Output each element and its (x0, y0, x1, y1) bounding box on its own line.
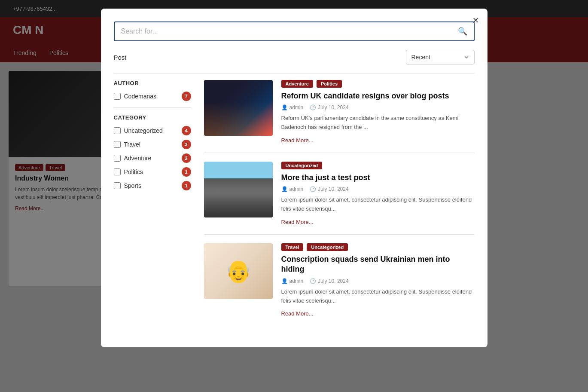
clock-icon-3: 🕐 (310, 278, 316, 284)
clock-icon-1: 🕐 (310, 104, 316, 110)
category-adventure-label: Adventure (124, 155, 178, 162)
modal-close-button[interactable]: × (472, 15, 478, 25)
article-tags-3: Travel Uncategorized (281, 243, 475, 251)
category-travel-label: Travel (124, 141, 178, 148)
filter-row: Post Recent Older Alphabetical (114, 50, 475, 64)
category-sports[interactable]: Sports 1 (114, 181, 191, 190)
article-thumb-3: 👴 (204, 243, 273, 299)
content-area: AUTHOR Codemanas 7 CATEGORY Uncategorize… (114, 80, 475, 334)
article-date-3: 🕐 July 10, 2024 (310, 278, 348, 284)
article-title-1: Reform UK candidate resigns over blog po… (281, 91, 475, 101)
article-read-more-1[interactable]: Read More... (281, 137, 314, 144)
tag-adventure-1[interactable]: Adventure (281, 80, 313, 88)
article-meta-3: 👤 admin 🕐 July 10, 2024 (281, 278, 475, 284)
article-excerpt-3: Lorem ipsum dolor sit amet, consectetur … (281, 288, 475, 306)
article-date-1: 🕐 July 10, 2024 (310, 104, 348, 110)
category-adventure-count: 2 (182, 153, 191, 163)
category-politics-checkbox[interactable] (114, 168, 121, 175)
article-tags-2: Uncategorized (281, 162, 475, 169)
category-adventure-checkbox[interactable] (114, 155, 121, 162)
author-section-title: AUTHOR (114, 80, 191, 86)
article-excerpt-2: Lorem ipsum dolor sit amet, consectetur … (281, 196, 475, 214)
user-icon-3: 👤 (281, 278, 288, 284)
user-icon-1: 👤 (281, 104, 288, 110)
category-section-title: CATEGORY (114, 114, 191, 121)
article-date-2: 🕐 July 10, 2024 (310, 186, 348, 192)
article-title-3: Conscription squads send Ukrainian men i… (281, 254, 475, 275)
tag-politics-1[interactable]: Politics (317, 80, 342, 88)
article-meta-2: 👤 admin 🕐 July 10, 2024 (281, 186, 475, 192)
article-body-1: Adventure Politics Reform UK candidate r… (281, 80, 475, 144)
article-item-3: 👴 Travel Uncategorized Conscription squa… (204, 243, 475, 326)
category-politics-label: Politics (124, 168, 178, 175)
article-title-2: More tha just a test post (281, 173, 475, 183)
modal-overlay[interactable]: × 🔍 Post Recent Older Alphabetical AUTHO… (0, 0, 588, 392)
article-body-3: Travel Uncategorized Conscription squads… (281, 243, 475, 317)
category-politics-count: 1 (182, 167, 191, 177)
article-author-1: 👤 admin (281, 104, 304, 110)
category-travel-count: 3 (182, 140, 191, 149)
author-codemanas-checkbox[interactable] (114, 93, 121, 100)
author-codemanas[interactable]: Codemanas 7 (114, 92, 191, 101)
article-item-1: Adventure Politics Reform UK candidate r… (204, 80, 475, 153)
article-read-more-3[interactable]: Read More... (281, 310, 314, 317)
filter-post-label: Post (114, 54, 406, 61)
clock-icon-2: 🕐 (310, 186, 316, 192)
category-uncategorized-label: Uncategorized (124, 127, 178, 134)
search-input[interactable] (121, 28, 458, 35)
article-author-3: 👤 admin (281, 278, 304, 284)
category-politics[interactable]: Politics 1 (114, 167, 191, 177)
search-row: 🔍 (114, 21, 475, 41)
article-thumb-2 (204, 162, 273, 217)
user-icon-2: 👤 (281, 186, 288, 192)
article-thumb-1 (204, 80, 273, 136)
articles-list: Adventure Politics Reform UK candidate r… (204, 80, 475, 334)
search-icon: 🔍 (458, 27, 467, 36)
article-body-2: Uncategorized More tha just a test post … (281, 162, 475, 226)
tag-uncategorized-2[interactable]: Uncategorized (281, 162, 323, 169)
article-read-more-2[interactable]: Read More... (281, 219, 314, 225)
category-uncategorized-checkbox[interactable] (114, 127, 121, 134)
article-meta-1: 👤 admin 🕐 July 10, 2024 (281, 104, 475, 110)
category-sports-label: Sports (124, 182, 178, 189)
category-travel-checkbox[interactable] (114, 141, 121, 148)
category-uncategorized-count: 4 (182, 126, 191, 135)
sidebar: AUTHOR Codemanas 7 CATEGORY Uncategorize… (114, 80, 191, 334)
tag-travel-3[interactable]: Travel (281, 243, 304, 251)
author-codemanas-label: Codemanas (124, 93, 178, 100)
article-tags-1: Adventure Politics (281, 80, 475, 88)
search-modal: × 🔍 Post Recent Older Alphabetical AUTHO… (101, 9, 487, 347)
article-excerpt-1: Reform UK's parliamentary candidate in t… (281, 114, 475, 132)
tag-uncategorized-3[interactable]: Uncategorized (307, 243, 348, 251)
category-travel[interactable]: Travel 3 (114, 140, 191, 149)
article-item-2: Uncategorized More tha just a test post … (204, 162, 475, 235)
article-author-2: 👤 admin (281, 186, 304, 192)
section-divider (114, 73, 475, 74)
author-category-divider (114, 107, 191, 108)
category-sports-count: 1 (182, 181, 191, 190)
filter-select[interactable]: Recent Older Alphabetical (406, 50, 475, 64)
category-uncategorized[interactable]: Uncategorized 4 (114, 126, 191, 135)
author-codemanas-count: 7 (182, 92, 191, 101)
article-thumb-3-icon: 👴 (225, 259, 252, 284)
category-sports-checkbox[interactable] (114, 182, 121, 189)
category-adventure[interactable]: Adventure 2 (114, 153, 191, 163)
